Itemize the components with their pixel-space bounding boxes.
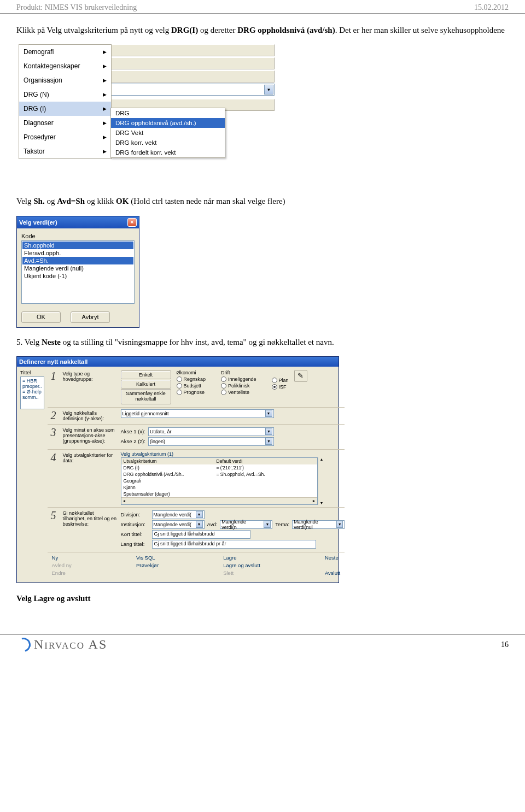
radio-venteliste[interactable]: Venteliste: [221, 390, 256, 395]
t: OK: [116, 197, 129, 205]
link-lagre[interactable]: Lagre: [223, 555, 260, 561]
cell[interactable]: [214, 484, 317, 491]
link-slett: Slett: [223, 570, 260, 576]
chevron-down-icon[interactable]: ▼: [265, 428, 272, 435]
scrollbar-horizontal[interactable]: ◄►: [121, 497, 317, 504]
menu-item-drgi[interactable]: DRG (I)▶: [19, 102, 111, 116]
cell[interactable]: [214, 491, 317, 497]
dropdown-cell[interactable]: ▼: [110, 84, 275, 96]
col-header: Default verdi: [214, 458, 317, 464]
link-ny[interactable]: Ny: [52, 555, 72, 561]
link-endre: Endre: [52, 570, 72, 576]
cell[interactable]: = Sh.opphold, Avd.=Sh.: [214, 471, 317, 478]
criteria-table[interactable]: Utvalgskriterium Default verdi DRG (I)= …: [121, 457, 318, 505]
cell[interactable]: Kjønn: [121, 484, 214, 491]
chevron-down-icon[interactable]: ▼: [265, 410, 272, 417]
label: Akse 2 (z):: [121, 438, 145, 444]
label: DRG (N): [24, 91, 49, 98]
label: ISF: [279, 384, 287, 390]
menu-item-kontakt[interactable]: Kontaktegenskaper▶: [19, 59, 111, 73]
radio-isf[interactable]: ISF: [272, 384, 289, 390]
input-lang-tittel[interactable]: Gj snitt liggetid lårhalsbrudd pr år: [152, 540, 316, 549]
link-avslutt[interactable]: Avslutt: [325, 570, 340, 576]
submenu-drg-fordelt[interactable]: DRG fordelt korr. vekt: [111, 148, 225, 157]
cell[interactable]: [214, 478, 317, 484]
menu-item-drgn[interactable]: DRG (N)▶: [19, 87, 111, 102]
left-list[interactable]: ≡ HBR preoper.. ≡ Ø-help somm..: [20, 376, 44, 409]
list-label: Kode: [21, 233, 135, 239]
chevron-down-icon[interactable]: ▼: [265, 438, 272, 445]
value-listbox[interactable]: Sh.opphold Fleravd.opph. Avd.=Sh. Mangle…: [21, 240, 135, 304]
chevron-down-icon[interactable]: ▼: [336, 521, 343, 528]
link-provekjor[interactable]: Prøvekjør: [136, 562, 159, 568]
radio-plan[interactable]: Plan: [272, 378, 289, 383]
label: Tema:: [275, 521, 289, 527]
list-item[interactable]: Avd.=Sh.: [22, 257, 133, 264]
list-item[interactable]: ≡ HBR preoper..: [22, 378, 43, 389]
scrollbar-vertical[interactable]: ▲▼: [318, 457, 325, 505]
t: og ta stilling til "visningsmappe for hh…: [61, 338, 334, 346]
list-item[interactable]: Manglende verdi (null): [22, 264, 133, 272]
menu-item-organisasjon[interactable]: Organisasjon▶: [19, 73, 111, 87]
brand-name: Nirvaco AS: [34, 637, 107, 652]
radio-poliklinisk[interactable]: Poliklinisk: [221, 383, 256, 389]
logo-icon: [14, 635, 33, 655]
list-item[interactable]: ≡ Ø-help somm..: [22, 389, 43, 400]
label: Avd:: [207, 521, 218, 527]
submenu-drg[interactable]: DRG: [111, 108, 225, 118]
cell[interactable]: DRG (I): [121, 464, 214, 471]
input-kort-tittel[interactable]: Gj snitt liggetid lårhalsbrudd: [152, 530, 250, 539]
menu-item-takster[interactable]: Takstor▶: [19, 144, 111, 158]
radio-regnskap[interactable]: Regnskap: [177, 376, 206, 382]
ok-button[interactable]: OK: [21, 311, 61, 323]
combo-tema[interactable]: Manglende verdi(nul▼: [292, 520, 345, 529]
chevron-down-icon[interactable]: ▼: [196, 511, 203, 518]
chevron-down-icon[interactable]: ▼: [196, 521, 203, 528]
cell: [110, 44, 275, 56]
cell[interactable]: DRG oppholdsnivå (Avd./Sh..: [121, 471, 214, 478]
link-vis-sql[interactable]: Vis SQL: [136, 555, 159, 561]
combo-institusjon[interactable]: Manglende verdi(▼: [152, 520, 205, 529]
cancel-button[interactable]: Avbryt: [71, 311, 110, 323]
combo-yaxis[interactable]: Liggetid gjennomsnitt▼: [121, 409, 274, 418]
radio-budsjett[interactable]: Budsjett: [177, 383, 206, 389]
step-number: 1: [48, 370, 60, 383]
btn-sammenfoy[interactable]: Sammenføy enkle nøkkeltall: [121, 389, 171, 404]
submenu-drg-oppholdsniva[interactable]: DRG oppholdsnivå (avd./sh.): [111, 118, 225, 128]
t: og klikk: [85, 197, 116, 205]
combo-axis1[interactable]: Utdato, år▼: [148, 427, 274, 436]
step5-label: Gi nøkkeltallet tilhørighet, en tittel o…: [63, 509, 118, 527]
link-neste[interactable]: Neste: [325, 555, 340, 561]
combo-divisjon[interactable]: Manglende verdi(▼: [152, 510, 205, 519]
intro-paragraph: Klikk på Velg utvalgskriterium på nytt o…: [16, 25, 509, 36]
chevron-down-icon[interactable]: ▼: [264, 85, 273, 95]
submenu-drg-vekt[interactable]: DRG Vekt: [111, 128, 225, 138]
close-icon[interactable]: ×: [127, 218, 137, 227]
combo-avd[interactable]: Manglende verdi(n▼: [220, 520, 272, 529]
list-item[interactable]: Fleravd.opph.: [22, 249, 133, 257]
chevron-down-icon[interactable]: ▼: [264, 521, 271, 528]
btn-enkelt[interactable]: Enkelt: [121, 370, 171, 379]
step1-label: Velg type og hovedgruppe:: [63, 370, 118, 383]
radio-inneliggende[interactable]: Inneliggende: [221, 376, 256, 382]
menu-item-diagnoser[interactable]: Diagnoser▶: [19, 116, 111, 130]
wizard-dialog: Definerer nytt nøkkeltall Tittel ≡ HBR p…: [16, 356, 339, 583]
wand-icon[interactable]: ✎: [294, 370, 307, 382]
menu-item-prosedyrer[interactable]: Prosedyrer▶: [19, 130, 111, 144]
submenu-drg-korr[interactable]: DRG korr. vekt: [111, 138, 225, 148]
combo-axis2[interactable]: (ingen)▼: [148, 437, 274, 446]
col-header: Utvalgskriterium: [121, 458, 214, 464]
list-item[interactable]: Ukjent kode (-1): [22, 272, 133, 280]
label: Regnskap: [184, 376, 206, 382]
radio-prognose[interactable]: Prognose: [177, 390, 206, 395]
cell[interactable]: = ('210','211'): [214, 464, 317, 471]
cell[interactable]: Spebarnsalder (dager): [121, 491, 214, 497]
menu-item-demografi[interactable]: Demografi▶: [19, 45, 111, 59]
label: Budsjett: [184, 383, 202, 389]
btn-kalkulert[interactable]: Kalkulert: [121, 380, 171, 389]
cell: [110, 70, 275, 83]
cell[interactable]: Geografi: [121, 478, 214, 484]
list-item[interactable]: Sh.opphold: [22, 242, 133, 249]
label: Inneliggende: [228, 376, 256, 382]
link-lagre-og-avslutt[interactable]: Lagre og avslutt: [223, 562, 260, 568]
